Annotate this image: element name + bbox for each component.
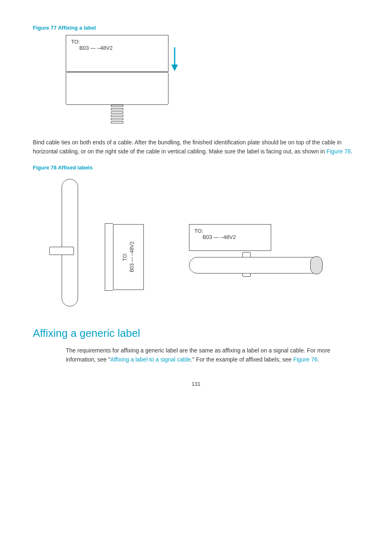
body-text-1-content: Bind cable ties on both ends of a cable.…: [33, 139, 341, 155]
cable-clip-left: [49, 247, 74, 255]
figure76-link[interactable]: Figure 76: [293, 356, 317, 363]
figure77-diagram: TO: B03 — –48V2: [66, 35, 197, 125]
label-b03: B03 — –48V2: [79, 45, 163, 51]
device-body: [66, 72, 168, 105]
svg-marker-1: [171, 65, 178, 71]
figure77-caption: Figure 77 Affixing a label: [33, 25, 359, 31]
figure78-diagram: TO:B03 — –48V2 TO: B03 — –48V2: [33, 175, 341, 315]
h-label-box: TO: B03 — –48V2: [189, 224, 271, 251]
section-end: .: [318, 356, 319, 363]
signal-cable-link[interactable]: Affixing a label to a signal cable: [110, 356, 191, 363]
v-label-bracket: [105, 223, 113, 291]
tie-line-6: [111, 121, 123, 123]
tie-line-3: [111, 111, 123, 114]
vertical-label-text: TO:B03 — –48V2: [122, 241, 136, 272]
label-card: TO: B03 — –48V2: [66, 35, 168, 72]
section-heading: Affixing a generic label: [33, 327, 359, 340]
vertical-label-box: TO:B03 — –48V2: [113, 224, 144, 290]
body-text-1: Bind cable ties on both ends of a cable.…: [33, 138, 359, 156]
vertical-cable: [62, 179, 78, 306]
arrow-down-icon: [171, 47, 179, 72]
tie-line-2: [111, 108, 123, 110]
page-number: 131: [33, 381, 359, 387]
body-text-1-end: .: [351, 148, 353, 155]
label-to: TO:: [71, 39, 163, 45]
tie-line-5: [111, 118, 123, 120]
figure78-caption: Figure 78 Affixed labels: [33, 165, 359, 171]
h-cable-end: [310, 256, 323, 274]
section-body-text: The requirements for affixing a generic …: [66, 346, 359, 364]
h-cable: [189, 257, 321, 273]
cable-ties: [111, 105, 123, 125]
tie-line-1: [111, 105, 123, 107]
v-label-b03: B03 — –48V2: [129, 241, 135, 272]
h-label-b03: B03 — –48V2: [203, 234, 266, 240]
section-mid: ." For the example of affixed labels, se…: [191, 356, 293, 363]
tie-line-4: [111, 115, 123, 117]
h-label-to: TO:: [194, 228, 266, 234]
figure78-link[interactable]: Figure 78: [326, 148, 350, 155]
